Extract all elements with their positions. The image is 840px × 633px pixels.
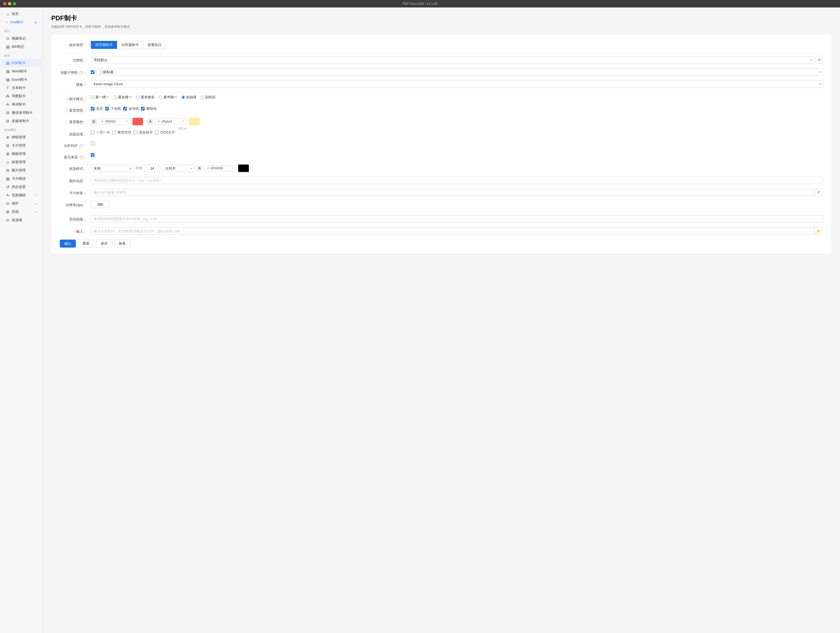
adv-one-blank-checkbox[interactable] <box>91 131 95 135</box>
source-style-row: 来源样式： 宋体 ▾ 字号 左对齐 ▾ <box>60 165 823 172</box>
mode-yiyicaiyi: 遮一猜一 <box>91 95 109 100</box>
source-color-input-group: A ✕ <box>205 165 236 171</box>
adv-mixed-checkbox[interactable] <box>134 131 137 135</box>
watermark: j301.cn <box>178 127 187 130</box>
sidebar-item-word[interactable]: ▤ Word制卡 <box>1 67 41 75</box>
q-badge: Q <box>91 119 97 125</box>
wechat-icon: ⊟ <box>5 111 10 115</box>
q-color-clear-icon[interactable]: ✕ <box>125 120 128 123</box>
sub-deck-content: 二级标题 ▾ <box>91 68 823 76</box>
sidebar-item-md[interactable]: ▤ MD笔记 <box>1 43 41 51</box>
parent-deck-row: 父牌组： 系统默认 ▾ ↺ <box>60 56 823 63</box>
mask-strikethrough-checkbox[interactable] <box>141 107 145 111</box>
sidebar-item-pdf[interactable]: ▤ PDF制卡 <box>1 59 41 67</box>
preferences-icon: ⊙ <box>5 218 10 222</box>
sidebar-item-protect[interactable]: ⊙ 保护 ∨ <box>1 199 41 207</box>
sidebar-item-deck[interactable]: ⊛ 牌组管理 <box>1 133 41 141</box>
reset-button[interactable]: 重置 <box>78 240 94 248</box>
a-color-swatch[interactable]: j301.cn <box>189 118 200 125</box>
split-pdf-checkbox[interactable] <box>91 142 95 145</box>
minimize-button[interactable] <box>8 2 11 5</box>
card-tags-input[interactable] <box>91 189 815 196</box>
template-select[interactable]: Kevin Image Cloze <box>91 81 823 88</box>
a-color-input-group: A ✕ <box>155 119 187 125</box>
sidebar-item-tts[interactable]: ▤ 卡片朗读 <box>1 175 41 183</box>
sidebar-item-sync[interactable]: ↺ 同步设置 <box>1 183 41 191</box>
sidebar-item-media[interactable]: ⊟ 多媒体制卡 <box>1 117 41 125</box>
sidebar-item-anki[interactable]: ☆ Anki制卡 ∧ <box>1 18 41 26</box>
mindmap-icon: ⁂ <box>5 94 10 98</box>
folder-icon: 📁 <box>816 229 821 233</box>
mode-ziyoucai-radio[interactable] <box>182 96 185 99</box>
sidebar-item-preferences[interactable]: ⊙ 首选项 <box>1 216 41 224</box>
a-color-clear-icon[interactable]: ✕ <box>182 120 185 123</box>
tab-batch[interactable]: 批量批注 <box>143 41 166 49</box>
extra-info-input[interactable] <box>91 177 823 184</box>
alignment-select[interactable]: 左对齐 <box>162 165 194 172</box>
tab-qa[interactable]: 问答题制卡 <box>117 41 143 49</box>
mask-wavy-checkbox[interactable] <box>123 107 127 111</box>
sidebar-item-video[interactable]: ⊙ 视频笔记 <box>1 35 41 43</box>
refresh-tags-button[interactable]: ↺ <box>815 189 823 196</box>
sidebar-item-excel[interactable]: ▤ Excel制卡 <box>1 76 41 84</box>
close-button[interactable] <box>3 2 6 5</box>
mode-zhesuancaiquan-radio[interactable] <box>136 96 140 99</box>
page-range-input[interactable] <box>91 215 823 223</box>
excel-icon: ▤ <box>5 78 10 82</box>
parent-deck-select[interactable]: 系统默认 <box>91 56 814 63</box>
q-color-input[interactable] <box>105 120 124 123</box>
mode-yiyicaiyi-radio[interactable] <box>91 96 94 99</box>
mode-guaguale-radio[interactable] <box>201 96 204 99</box>
source-color-swatch[interactable] <box>238 165 249 172</box>
vocab-icon: A <box>5 102 10 106</box>
mode-zhesuancaiquan: 遮全猜全 <box>136 95 155 100</box>
tab-cloze[interactable]: 挖空题制卡 <box>91 41 117 49</box>
mode-zhebancaiyi: 遮半猜一 <box>159 95 177 100</box>
input-path-input[interactable] <box>91 227 815 235</box>
sidebar-item-page-edit[interactable]: ✎ 页面编辑 ∨ <box>1 191 41 199</box>
mode-zhesuancaiyi-radio[interactable] <box>114 96 117 99</box>
sub-deck-select[interactable]: 二级标题 <box>97 68 823 76</box>
sidebar-item-tag[interactable]: ◇ 标签管理 <box>1 158 41 166</box>
mask-underline-checkbox[interactable] <box>105 107 109 111</box>
font-size-input[interactable] <box>144 165 160 172</box>
sidebar-item-mindmap[interactable]: ⁂ 导图制卡 <box>1 92 41 100</box>
q-color-input-group: A ✕ <box>99 119 130 125</box>
restore-button[interactable]: 恢复 <box>114 240 130 248</box>
sidebar-item-other[interactable]: ⊞ 其他 ∨ <box>1 208 41 216</box>
font-family-select[interactable]: 宋体 <box>91 165 134 172</box>
q-color-swatch[interactable] <box>133 118 143 125</box>
adv-full-page-checkbox[interactable] <box>112 131 116 135</box>
maximize-button[interactable] <box>13 2 16 5</box>
a-color-input[interactable] <box>161 120 180 123</box>
sidebar-item-template[interactable]: ⊞ 模板管理 <box>1 150 41 158</box>
mode-zhebancaiyi-radio[interactable] <box>159 96 162 99</box>
sidebar-item-image[interactable]: ⊟ 图片管理 <box>1 166 41 174</box>
adv-one-blank-group: 一空一卡 <box>91 130 110 135</box>
adv-ocr-group: OCR文字 <box>155 130 175 135</box>
source-style-label: 来源样式： <box>60 165 87 171</box>
mask-highlight-checkbox[interactable] <box>91 107 95 111</box>
sub-deck-row: 创建子牌组 ?： 二级标题 ▾ <box>60 68 823 76</box>
dpi-input[interactable] <box>91 201 109 208</box>
card-mode-label: 制卡模式： <box>60 95 87 101</box>
sidebar-item-home[interactable]: ⌂ 首页 <box>1 10 41 18</box>
mode-zhesuancaiyi: 遮全猜一 <box>114 95 132 100</box>
save-button[interactable]: 保存 <box>96 240 112 248</box>
source-color-input[interactable] <box>211 166 229 170</box>
show-source-checkbox[interactable] <box>91 153 95 157</box>
sidebar-item-wechat[interactable]: ⊟ 微信读书制卡 <box>1 109 41 117</box>
advanced-row: 高级选项： 一空一卡 整页挖空 混合制卡 <box>60 130 823 137</box>
deck-icon: ⊛ <box>5 135 10 139</box>
adv-ocr-checkbox[interactable] <box>155 131 159 135</box>
browse-folder-button[interactable]: 📁 <box>815 227 823 235</box>
font-size-label: 字号 <box>136 166 142 171</box>
sub-deck-checkbox[interactable] <box>91 70 95 74</box>
sidebar-item-text[interactable]: T 文本制卡 <box>1 84 41 92</box>
confirm-button[interactable]: 确认 <box>60 240 76 248</box>
sidebar-item-card-manage[interactable]: ⊟ 卡片管理 <box>1 142 41 150</box>
split-pdf-content <box>91 142 823 145</box>
source-color-clear-icon[interactable]: ✕ <box>231 166 234 170</box>
sidebar-item-vocab[interactable]: A 单词制卡 <box>1 100 41 108</box>
refresh-deck-button[interactable]: ↺ <box>815 56 823 63</box>
